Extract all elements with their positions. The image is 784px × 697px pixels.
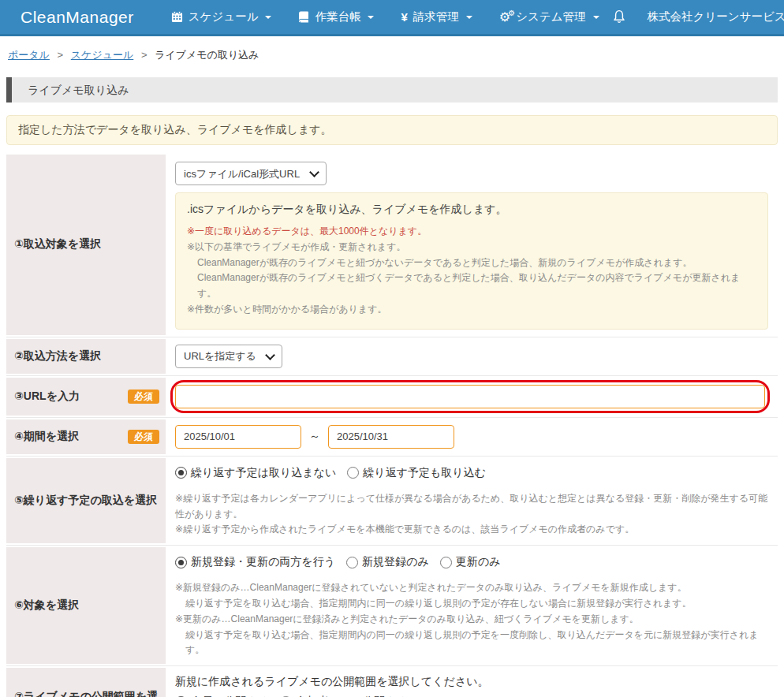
row-recurring-content: 繰り返す予定は取り込まない 繰り返す予定も取り込む ※繰り返す予定は各カレンダー… (166, 457, 778, 545)
chevron-down-icon (466, 16, 472, 19)
page-intro-message: 指定した方法でデータを取り込み、ライブメモを作成します。 (6, 115, 778, 145)
yen-icon: ¥ (401, 10, 407, 24)
radio-with-recurring[interactable]: 繰り返す予定も取り込む (347, 466, 486, 480)
info-warning: ※一度に取り込めるデータは、最大1000件となります。 (187, 224, 756, 240)
row-target-mode-content: 新規登録・更新の両方を行う 新規登録のみ 更新のみ ※新規登録のみ…CleanM… (166, 546, 778, 665)
menu-system-label: システム管理 (516, 9, 585, 24)
menu-work-ledger-label: 作業台帳 (315, 9, 360, 24)
row-period: ④期間を選択 必須 ～ (6, 417, 778, 456)
main-content: ライブメモ取り込み 指定した方法でデータを取り込み、ライブメモを作成します。 ①… (0, 77, 784, 697)
note-line: 繰り返す予定を取り込む場合、指定期間内に同一の繰り返し規則の予定が存在しない場合… (175, 596, 768, 612)
import-method-select-wrap: URLを指定する (175, 345, 282, 368)
required-badge: 必須 (128, 390, 159, 404)
menu-billing-label: 請求管理 (413, 9, 459, 24)
chevron-down-icon (593, 16, 599, 19)
info-note: CleanManagerが既存のライブメモと紐づかないデータであると判定した場合… (187, 255, 756, 271)
menu-work-ledger[interactable]: 作業台帳 (285, 0, 387, 34)
url-highlight-ring (175, 385, 765, 408)
row-import-target-label: ①取込対象を選択 (6, 155, 166, 337)
row-import-method: ②取込方法を選択 URLを指定する (6, 337, 778, 375)
info-note: CleanManagerが既存のライブメモと紐づくデータであると判定した場合、取… (187, 270, 756, 302)
row-visibility-content: 新規に作成されるライブメモの公開範囲を選択してください。 全員に公開する 参加者… (166, 666, 778, 697)
note-line: ※新規登録のみ…CleanManagerに登録されていないと判定されたデータのみ… (175, 580, 768, 596)
radio-button-icon[interactable] (440, 557, 452, 568)
row-visibility: ⑦ライブメモの公開範囲を選択 新規に作成されるライブメモの公開範囲を選択してくだ… (6, 665, 778, 697)
radio-button-icon[interactable] (175, 467, 187, 479)
row-target-mode-label: ⑥対象を選択 (6, 546, 166, 665)
chevron-down-icon (368, 16, 374, 19)
calendar-icon (171, 11, 183, 23)
row-import-target-content: icsファイル/iCal形式URL .icsファイルからデータを取り込み、ライブ… (166, 155, 778, 337)
note-line: 繰り返す予定を取り込む場合、指定期間内の同一の繰り返し規則の予定を一度削除し、取… (175, 628, 768, 659)
main-menu: スケジュール 作業台帳 ¥ 請求管理 ⚙⚙ システム管理 (158, 0, 613, 34)
recurring-radio-group: 繰り返す予定は取り込まない 繰り返す予定も取り込む (175, 464, 768, 482)
page-title: ライブメモ取り込み (6, 77, 778, 102)
chevron-down-icon (265, 16, 271, 19)
breadcrumb-separator: > (58, 49, 64, 61)
radio-button-icon[interactable] (346, 557, 358, 568)
menu-schedule-label: スケジュール (189, 9, 259, 24)
row-period-label: ④期間を選択 必須 (6, 418, 166, 456)
url-input[interactable] (175, 385, 765, 408)
row-visibility-label: ⑦ライブメモの公開範囲を選択 (6, 666, 166, 697)
import-target-info-box: .icsファイルからデータを取り込み、ライブメモを作成します。 ※一度に取り込め… (175, 192, 768, 330)
note-line: ※更新のみ…CleanManagerに登録済みと判定されたデータのみ取り込み、紐… (175, 612, 768, 628)
info-title: .icsファイルからデータを取り込み、ライブメモを作成します。 (187, 203, 756, 217)
row-target-mode: ⑥対象を選択 新規登録・更新の両方を行う 新規登録のみ 更新のみ (6, 545, 778, 665)
row-url-input-label: ③URLを入力 必須 (6, 376, 166, 417)
row-import-method-label: ②取込方法を選択 (6, 337, 166, 375)
note-line: ※繰り返す予定から作成されたライブメモを本機能で更新できるのは、該当ライブメモの… (175, 522, 768, 538)
info-note: ※以下の基準でライブメモが作成・更新されます。 (187, 240, 756, 255)
row-import-method-content: URLを指定する (166, 337, 778, 375)
visibility-radio-group: 全員に公開する 参加者にのみ公開する (175, 692, 768, 697)
import-method-select[interactable]: URLを指定する (175, 345, 282, 368)
row-url-input-content (166, 376, 778, 417)
row-recurring: ⑤繰り返す予定の取込を選択 繰り返す予定は取り込まない 繰り返す予定も取り込む … (6, 456, 778, 545)
company-name-menu[interactable]: 株式会社クリーンサービス (648, 9, 784, 24)
row-url-input: ③URLを入力 必須 (6, 375, 778, 417)
brand-logo[interactable]: CleanManager (21, 8, 134, 27)
breadcrumb-separator: > (141, 49, 147, 61)
row-period-content: ～ (166, 418, 778, 456)
date-range-separator: ～ (309, 430, 320, 444)
radio-new-only[interactable]: 新規登録のみ (346, 555, 429, 569)
import-target-select-wrap: icsファイル/iCal形式URL (175, 162, 327, 185)
breadcrumb-portal[interactable]: ポータル (8, 49, 50, 61)
navbar-right: 株式会社クリーンサービス (613, 9, 784, 24)
recurring-notes: ※繰り返す予定は各カレンダーアプリによって仕様が異なる場合があるため、取り込むと… (175, 491, 768, 538)
menu-billing[interactable]: ¥ 請求管理 (387, 0, 485, 34)
import-form: ①取込対象を選択 icsファイル/iCal形式URL .icsファイルからデータ… (6, 155, 778, 697)
required-badge: 必須 (128, 430, 159, 444)
target-mode-radio-group: 新規登録・更新の両方を行う 新規登録のみ 更新のみ (175, 553, 768, 571)
row-recurring-label: ⑤繰り返す予定の取込を選択 (6, 457, 166, 545)
info-note: ※件数が多いと時間がかかる場合があります。 (187, 302, 756, 318)
breadcrumb-current: ライブメモの取り込み (155, 49, 259, 61)
gears-icon: ⚙⚙ (499, 11, 510, 24)
book-icon (298, 11, 309, 23)
date-to-input[interactable] (328, 425, 454, 449)
target-mode-notes: ※新規登録のみ…CleanManagerに登録されていないと判定されたデータのみ… (175, 580, 768, 658)
breadcrumb-schedule[interactable]: スケジュール (71, 49, 134, 61)
radio-button-icon[interactable] (175, 557, 187, 568)
visibility-intro: 新規に作成されるライブメモの公開範囲を選択してください。 (175, 673, 768, 689)
radio-both[interactable]: 新規登録・更新の両方を行う (175, 555, 335, 569)
row-import-target: ①取込対象を選択 icsファイル/iCal形式URL .icsファイルからデータ… (6, 155, 778, 337)
radio-button-icon[interactable] (347, 467, 359, 479)
note-line: ※繰り返す予定は各カレンダーアプリによって仕様が異なる場合があるため、取り込むと… (175, 491, 768, 523)
radio-no-recurring[interactable]: 繰り返す予定は取り込まない (175, 466, 336, 480)
top-navbar: CleanManager スケジュール 作業台帳 ¥ 請求管理 ⚙⚙ システム管… (0, 0, 784, 36)
radio-update-only[interactable]: 更新のみ (440, 555, 501, 569)
date-from-input[interactable] (175, 425, 301, 449)
breadcrumb: ポータル > スケジュール > ライブメモの取り込み (0, 36, 784, 73)
menu-system[interactable]: ⚙⚙ システム管理 (486, 0, 613, 34)
menu-schedule[interactable]: スケジュール (158, 0, 286, 34)
bell-icon[interactable] (613, 9, 625, 24)
import-target-select[interactable]: icsファイル/iCal形式URL (175, 162, 327, 185)
